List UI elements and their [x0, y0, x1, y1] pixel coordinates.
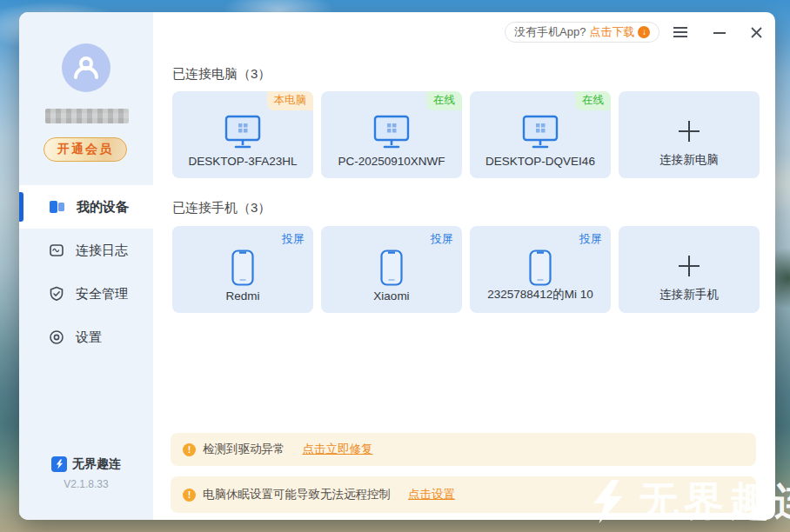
no-app-text: 没有手机App? — [514, 24, 586, 40]
phone-icon — [528, 249, 552, 287]
computers-section-title: 已连接电脑（3） — [172, 66, 271, 83]
sidebar-item-label: 我的设备 — [77, 199, 129, 216]
app-name: 无界趣连 — [72, 456, 121, 472]
computer-card[interactable]: 在线 PC-20250910XNWF — [321, 91, 462, 178]
device-name: DESKTOP-DQVEI46 — [470, 155, 611, 168]
close-icon — [750, 26, 763, 39]
device-name: PC-20250910XNWF — [321, 155, 462, 168]
monitor-icon — [372, 114, 412, 150]
username-redacted — [45, 109, 129, 123]
phone-icon — [231, 249, 255, 287]
sidebar-item-label: 连接日志 — [76, 243, 128, 259]
computer-card[interactable]: 在线 DESKTOP-DQVEI46 — [470, 91, 611, 178]
sidebar-item-my-devices[interactable]: 我的设备 — [19, 185, 153, 229]
sidebar-item-connection-logs[interactable]: 连接日志 — [19, 229, 153, 272]
add-phone-card[interactable]: 连接新手机 — [619, 226, 760, 313]
add-phone-label: 连接新手机 — [619, 287, 760, 303]
add-computer-label: 连接新电脑 — [619, 152, 760, 168]
shield-check-icon — [49, 286, 64, 302]
minimize-button[interactable] — [710, 23, 729, 41]
monitor-icon — [223, 114, 263, 150]
status-badge: 在线 — [426, 91, 462, 110]
phones-card-row: 投屏 Redmi 投屏 Xiaomi 投屏 232 — [172, 226, 760, 313]
download-icon: ↓ — [638, 26, 650, 38]
menu-button[interactable] — [671, 23, 690, 41]
monitor-icon — [520, 114, 560, 150]
logs-icon — [49, 243, 64, 258]
device-name: DESKTOP-3FA23HL — [172, 155, 313, 168]
warning-text: 电脑休眠设置可能导致无法远程控制 — [203, 487, 391, 502]
warning-text: 检测到驱动异常 — [203, 442, 285, 457]
warning-icon: ! — [183, 443, 196, 456]
driver-warning-banner: ! 检测到驱动异常 点击立即修复 — [171, 433, 756, 466]
add-computer-card[interactable]: 连接新电脑 — [619, 91, 760, 178]
close-button[interactable] — [746, 23, 766, 41]
app-logo-icon — [51, 456, 67, 472]
active-indicator — [19, 192, 23, 222]
device-name: Xiaomi — [321, 289, 462, 303]
app-brand: 无界趣连 V2.1.8.33 — [19, 456, 153, 490]
status-badge: 在线 — [575, 91, 611, 110]
download-app-pill[interactable]: 没有手机App? 点击下载 ↓ — [505, 22, 659, 43]
device-name: Redmi — [172, 289, 313, 303]
plus-icon — [676, 253, 702, 279]
app-window: 开通会员 我的设备 连接日志 — [19, 12, 775, 520]
phone-card[interactable]: 投屏 2325788412的Mi 10 — [470, 226, 611, 313]
phones-section-title: 已连接手机（3） — [172, 200, 271, 216]
phone-icon — [379, 249, 404, 287]
devices-icon — [49, 199, 65, 215]
settings-icon — [49, 329, 64, 345]
cast-badge[interactable]: 投屏 — [579, 231, 602, 247]
computer-card[interactable]: 本电脑 DESKTOP-3FA23HL — [172, 91, 313, 178]
phone-card[interactable]: 投屏 Xiaomi — [321, 226, 462, 313]
sidebar-item-security[interactable]: 安全管理 — [19, 272, 153, 316]
sidebar-item-settings[interactable]: 设置 — [19, 316, 153, 359]
user-icon — [71, 53, 101, 83]
open-membership-button[interactable]: 开通会员 — [44, 137, 127, 162]
sidebar-item-label: 设置 — [76, 329, 102, 346]
download-link[interactable]: 点击下载 — [589, 24, 634, 40]
device-name: 2325788412的Mi 10 — [470, 287, 611, 303]
app-version: V2.1.8.33 — [19, 478, 153, 490]
sidebar-menu: 我的设备 连接日志 安全管理 — [19, 185, 153, 359]
fix-now-link[interactable]: 点击立即修复 — [303, 442, 373, 457]
minimize-icon — [713, 26, 726, 38]
warning-icon: ! — [183, 489, 196, 502]
cast-badge[interactable]: 投屏 — [282, 231, 305, 247]
plus-icon — [676, 118, 702, 144]
sidebar: 开通会员 我的设备 连接日志 — [19, 12, 153, 520]
hamburger-icon — [673, 26, 688, 38]
phone-card[interactable]: 投屏 Redmi — [172, 226, 313, 313]
status-badge: 本电脑 — [267, 91, 314, 110]
computers-card-row: 本电脑 DESKTOP-3FA23HL 在线 PC-20250910XNWF — [172, 91, 760, 178]
cast-badge[interactable]: 投屏 — [431, 231, 453, 247]
avatar[interactable] — [62, 43, 110, 92]
sleep-warning-banner: ! 电脑休眠设置可能导致无法远程控制 点击设置 — [171, 476, 756, 513]
settings-link[interactable]: 点击设置 — [408, 487, 455, 502]
sidebar-item-label: 安全管理 — [76, 286, 128, 303]
